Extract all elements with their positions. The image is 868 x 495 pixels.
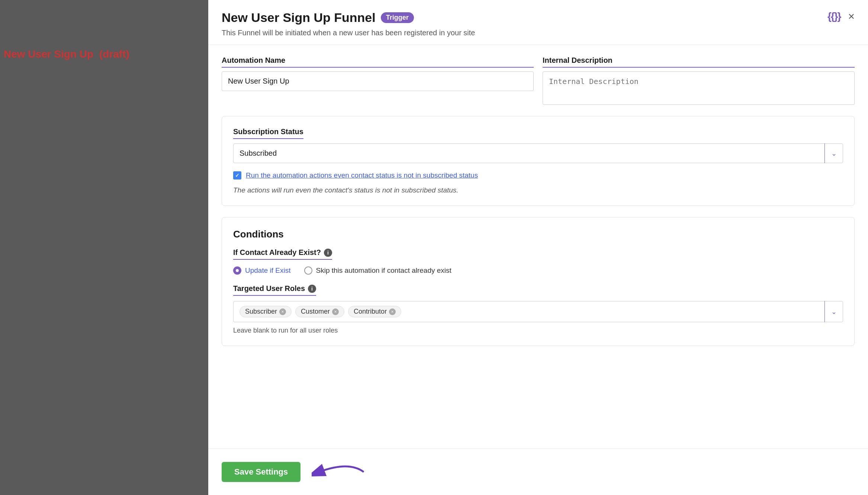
role-tag-subscriber-label: Subscriber [245, 308, 277, 316]
dialog-title: New User Sign Up Funnel [222, 10, 376, 25]
dialog-panel: New User Sign Up Funnel Trigger This Fun… [208, 0, 868, 495]
close-icon[interactable]: × [848, 11, 855, 22]
role-tag-customer-label: Customer [301, 308, 330, 316]
radio-label-skip: Skip this automation if contact already … [316, 266, 451, 275]
italic-note: The actions will run even the contact's … [233, 186, 843, 194]
arrow-svg [312, 457, 371, 487]
radio-circle-update[interactable] [233, 266, 241, 275]
subscription-status-select-wrapper: Subscribed ⌄ [233, 143, 843, 163]
header-actions: {{}} × [827, 10, 855, 22]
dialog-footer: Save Settings [208, 449, 868, 495]
subscription-status-label: Subscription Status [233, 127, 303, 139]
roles-chevron[interactable]: ⌄ [824, 301, 843, 322]
roles-select-wrapper: Subscriber × Customer × Contributor × ⌄ [233, 301, 843, 322]
roles-hint: Leave blank to run for all user roles [233, 327, 843, 334]
automation-name-input[interactable] [222, 71, 534, 91]
trigger-badge: Trigger [381, 12, 414, 23]
radio-label-update: Update if Exist [245, 266, 291, 275]
radio-circle-skip[interactable] [304, 266, 312, 275]
role-tag-subscriber: Subscriber × [239, 306, 292, 317]
contact-exist-label: If Contact Already Exist? i [233, 248, 332, 260]
dialog-header: New User Sign Up Funnel Trigger This Fun… [208, 0, 868, 45]
subscription-status-select[interactable]: Subscribed [233, 143, 843, 163]
checkbox-row: Run the automation actions even contact … [233, 171, 843, 179]
internal-desc-group: Internal Description [543, 56, 855, 105]
draft-label: New User Sign Up (draft) [4, 48, 129, 60]
roles-select[interactable]: Subscriber × Customer × Contributor × [233, 301, 843, 322]
internal-desc-input[interactable] [543, 71, 855, 105]
save-settings-button[interactable]: Save Settings [222, 462, 300, 482]
internal-desc-label: Internal Description [543, 56, 855, 68]
arrow-annotation [312, 457, 371, 487]
conditions-card: Conditions If Contact Already Exist? i U… [222, 217, 855, 346]
role-tag-contributor: Contributor × [348, 306, 401, 317]
draft-status: (draft) [99, 48, 129, 60]
conditions-title: Conditions [233, 229, 843, 240]
background-panel: New User Sign Up (draft) [0, 0, 208, 495]
run-automation-checkbox[interactable] [233, 171, 241, 179]
role-tag-customer: Customer × [295, 306, 344, 317]
radio-update-if-exist[interactable]: Update if Exist [233, 266, 291, 275]
automation-name-label: Automation Name [222, 56, 534, 68]
subscription-card: Subscription Status Subscribed ⌄ Run the… [222, 116, 855, 206]
targeted-roles-label: Targeted User Roles i [233, 284, 316, 296]
role-tag-subscriber-remove[interactable]: × [279, 308, 286, 315]
contact-exist-info-icon[interactable]: i [324, 249, 332, 257]
code-icon[interactable]: {{}} [827, 10, 841, 22]
targeted-roles-section: Targeted User Roles i Subscriber × Custo… [233, 284, 843, 334]
subscription-status-chevron[interactable]: ⌄ [824, 143, 843, 163]
draft-title: New User Sign Up [4, 48, 93, 60]
subscription-status-value: Subscribed [239, 149, 277, 158]
role-tag-customer-remove[interactable]: × [332, 308, 339, 315]
radio-skip[interactable]: Skip this automation if contact already … [304, 266, 451, 275]
title-row: New User Sign Up Funnel Trigger [222, 10, 855, 25]
radio-row: Update if Exist Skip this automation if … [233, 266, 843, 275]
targeted-roles-info-icon[interactable]: i [308, 285, 316, 293]
run-automation-label[interactable]: Run the automation actions even contact … [246, 171, 478, 179]
dialog-body: Automation Name Internal Description Sub… [208, 45, 868, 449]
dialog-subtitle: This Funnel will be initiated when a new… [222, 29, 855, 37]
role-tag-contributor-remove[interactable]: × [389, 308, 396, 315]
role-tag-contributor-label: Contributor [354, 308, 387, 316]
automation-name-group: Automation Name [222, 56, 534, 105]
name-desc-row: Automation Name Internal Description [222, 56, 855, 105]
